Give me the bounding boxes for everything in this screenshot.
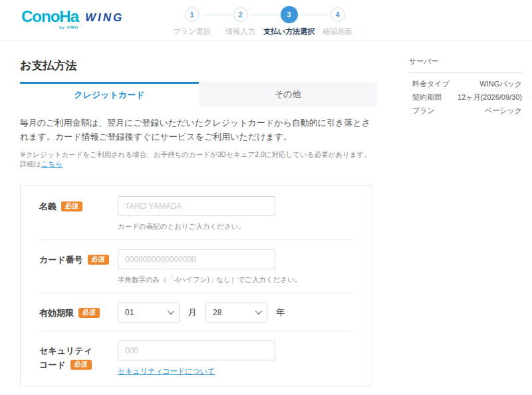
- step-3-circle: 3: [281, 6, 298, 23]
- contract-period-value: 12ヶ月(2026/09/30): [458, 92, 522, 103]
- price-type-label: 料金タイプ: [412, 79, 450, 90]
- sidebar-row-price-type: 料金タイプ WINGパック: [409, 79, 522, 90]
- card-number-help-text: 半角数字のみ（「-(ハイフン)」なし）でご入力ください。: [118, 275, 353, 285]
- plan-label: プラン: [412, 106, 435, 116]
- payment-tabs: クレジットカード その他: [20, 82, 377, 106]
- sidebar-rows: 料金タイプ WINGパック 契約期間 12ヶ月(2026/09/30) プラン …: [409, 79, 522, 116]
- step-info-input: 2 情報入力: [216, 6, 265, 37]
- expiry-label: 有効期限: [39, 307, 74, 319]
- card-number-label-col: カード番号 必須: [39, 249, 118, 285]
- name-help-text: カードの表記のとおりご入力ください。: [118, 222, 353, 231]
- required-badge: 必須: [88, 255, 109, 265]
- required-badge: 必須: [78, 308, 100, 318]
- month-unit: 月: [188, 307, 197, 319]
- year-unit: 年: [276, 307, 285, 319]
- required-badge: 必須: [61, 201, 82, 211]
- expiry-month-select[interactable]: 01: [118, 303, 180, 323]
- payment-page: ConoHa by GMO WING 1 プラン選択 2 情報入力 3 支払い方…: [0, 0, 532, 395]
- name-field-col: カードの表記のとおりご入力ください。: [118, 196, 353, 231]
- plan-value: ベーシック: [485, 106, 522, 116]
- step-1-circle: 1: [185, 7, 200, 22]
- required-badge: 必須: [70, 360, 92, 370]
- expiry-month-value: 01: [125, 308, 134, 317]
- sidebar-row-contract-period: 契約期間 12ヶ月(2026/09/30): [409, 92, 522, 103]
- card-number-field-col: 半角数字のみ（「-(ハイフン)」なし）でご入力ください。: [118, 249, 353, 285]
- secure-note-link[interactable]: こちら: [41, 160, 63, 168]
- tab-other[interactable]: その他: [199, 82, 378, 106]
- header: ConoHa by GMO WING 1 プラン選択 2 情報入力 3 支払い方…: [0, 0, 532, 41]
- name-label-col: 名義 必須: [39, 196, 118, 231]
- price-type-value: WINGパック: [479, 79, 522, 90]
- logo-wing: WING: [85, 11, 124, 25]
- expiry-year-value: 28: [213, 308, 221, 317]
- expiry-year-select[interactable]: 28: [205, 303, 267, 323]
- security-code-about-link[interactable]: セキュリティコードについて: [118, 366, 215, 376]
- checkout-stepper: 1 プラン選択 2 情報入力 3 支払い方法選択 4 確認画面: [168, 6, 362, 37]
- payment-description: 毎月のご利用金額は、翌月にご登録いただいたクレジットカードから自動的に引き落とさ…: [20, 116, 377, 144]
- security-code-label-line1: セキュリティ: [39, 345, 118, 357]
- security-code-label-col: セキュリティ コード 必須: [39, 340, 118, 376]
- card-number-label: カード番号: [39, 254, 83, 266]
- step-4-label: 確認画面: [323, 27, 352, 37]
- main-content: お支払方法 クレジットカード その他 毎月のご利用金額は、翌月にご登録いただいた…: [20, 41, 377, 395]
- security-code-input[interactable]: [118, 340, 275, 360]
- step-plan-selection: 1 プラン選択: [168, 6, 216, 37]
- step-1-label: プラン選択: [174, 27, 211, 37]
- step-3-label: 支払い方法選択: [263, 27, 315, 37]
- step-2-label: 情報入力: [226, 27, 255, 37]
- chevron-down-icon: [255, 309, 262, 315]
- credit-card-form: 名義 必須 カードの表記のとおりご入力ください。 カード番号 必須: [20, 185, 372, 386]
- cardholder-name-input[interactable]: [118, 196, 275, 216]
- security-code-label-line2: コード: [39, 359, 66, 371]
- secure-note: ※クレジットカードをご利用される場合、お手持ちのカードが3Dセキュア2.0に対応…: [20, 150, 377, 169]
- conoha-wing-logo[interactable]: ConoHa by GMO WING: [21, 9, 124, 29]
- card-number-input[interactable]: [118, 249, 275, 269]
- page-title: お支払方法: [20, 58, 377, 73]
- chevron-down-icon: [168, 309, 174, 315]
- form-row-expiry: 有効期限 必須 01 月 28: [39, 293, 353, 330]
- form-row-card-number: カード番号 必須 半角数字のみ（「-(ハイフン)」なし）でご入力ください。: [39, 239, 353, 293]
- sidebar-title: サーバー: [409, 57, 522, 73]
- form-row-security-code: セキュリティ コード 必須 セキュリティコードについて: [39, 330, 353, 384]
- server-summary-sidebar: サーバー 料金タイプ WINGパック 契約期間 12ヶ月(2026/09/30)…: [409, 57, 522, 119]
- security-code-field-col: セキュリティコードについて: [118, 340, 353, 376]
- tab-credit-card[interactable]: クレジットカード: [20, 82, 199, 106]
- name-label: 名義: [39, 201, 57, 213]
- logo-conoha: ConoHa: [21, 9, 78, 25]
- form-row-name: 名義 必須 カードの表記のとおりご入力ください。: [39, 187, 353, 239]
- step-2-circle: 2: [233, 7, 248, 22]
- expiry-field-col: 01 月 28 年: [118, 303, 353, 323]
- step-confirmation: 4 確認画面: [313, 6, 362, 37]
- step-payment-method: 3 支払い方法選択: [265, 6, 313, 37]
- conoha-logo-text: ConoHa by GMO: [21, 9, 78, 29]
- secure-note-text: ※クレジットカードをご利用される場合、お手持ちのカードが3Dセキュア2.0に対応…: [20, 150, 371, 168]
- logo-by-gmo: by GMO: [59, 25, 78, 29]
- contract-period-label: 契約期間: [412, 92, 442, 103]
- step-4-circle: 4: [331, 7, 345, 22]
- expiry-label-col: 有効期限 必須: [39, 303, 118, 323]
- sidebar-row-plan: プラン ベーシック: [409, 106, 522, 116]
